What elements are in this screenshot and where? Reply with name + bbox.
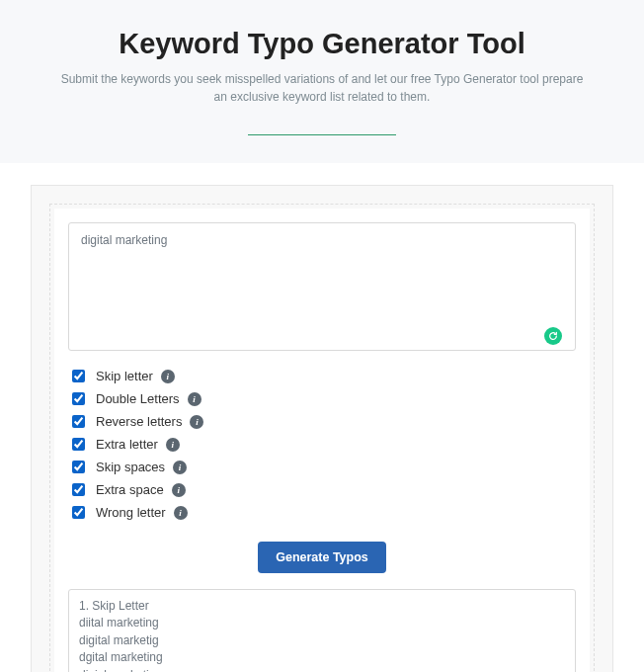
options-list: Skip letteriDouble LettersiReverse lette…	[68, 355, 576, 526]
option-label: Skip spaces	[96, 460, 165, 474]
option-label: Double Letters	[96, 391, 180, 406]
tool-card: Skip letteriDouble LettersiReverse lette…	[54, 209, 590, 672]
tool-panel: Skip letteriDouble LettersiReverse lette…	[31, 185, 613, 672]
info-icon[interactable]: i	[173, 461, 187, 474]
info-icon[interactable]: i	[190, 415, 203, 429]
results-output[interactable]: 1. Skip Letter diital marketing digital …	[68, 589, 576, 672]
option-row[interactable]: Skip spacesi	[68, 456, 576, 478]
info-icon[interactable]: i	[174, 506, 188, 520]
grammarly-icon[interactable]	[544, 327, 562, 345]
option-row[interactable]: Wrong letteri	[68, 501, 576, 524]
keywords-input[interactable]	[68, 222, 576, 351]
option-row[interactable]: Double Lettersi	[68, 387, 576, 410]
divider	[248, 134, 396, 135]
option-row[interactable]: Skip letteri	[68, 365, 576, 387]
option-checkbox[interactable]	[72, 483, 85, 496]
option-checkbox[interactable]	[72, 415, 85, 428]
option-label: Extra letter	[96, 437, 158, 452]
option-checkbox[interactable]	[72, 506, 85, 519]
option-label: Extra space	[96, 482, 164, 497]
info-icon[interactable]: i	[166, 438, 180, 452]
info-icon[interactable]: i	[188, 392, 201, 406]
option-checkbox[interactable]	[72, 392, 85, 405]
option-row[interactable]: Extra spacei	[68, 478, 576, 501]
page-subtitle: Submit the keywords you seek misspelled …	[55, 70, 589, 106]
option-label: Wrong letter	[96, 505, 166, 520]
option-checkbox[interactable]	[72, 461, 85, 473]
generate-typos-button[interactable]: Generate Typos	[258, 542, 386, 573]
option-label: Skip letter	[96, 369, 153, 383]
info-icon[interactable]: i	[172, 483, 186, 497]
option-checkbox[interactable]	[72, 370, 85, 382]
option-checkbox[interactable]	[72, 438, 85, 451]
option-row[interactable]: Extra letteri	[68, 433, 576, 456]
page-title: Keyword Typo Generator Tool	[20, 28, 624, 60]
option-label: Reverse letters	[96, 414, 182, 429]
page-header: Keyword Typo Generator Tool Submit the k…	[0, 0, 644, 163]
info-icon[interactable]: i	[161, 370, 175, 383]
option-row[interactable]: Reverse lettersi	[68, 410, 576, 433]
tool-panel-inner: Skip letteriDouble LettersiReverse lette…	[49, 204, 595, 672]
